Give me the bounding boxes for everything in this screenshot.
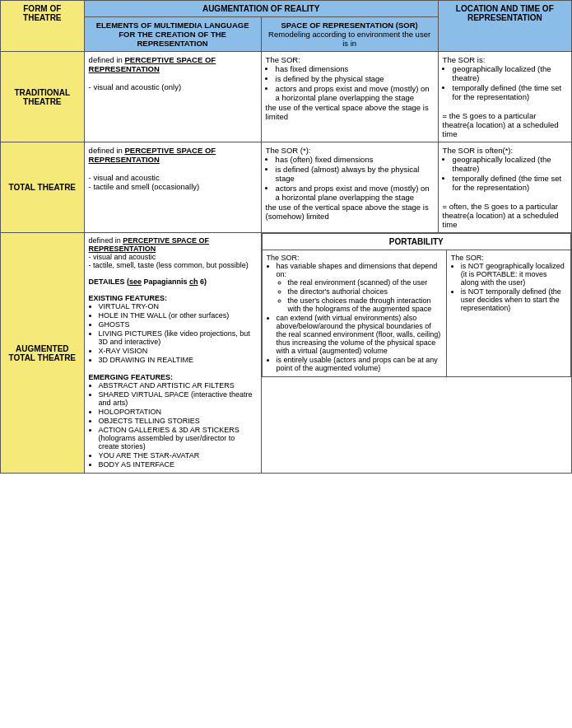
row-traditional: TRADITIONAL THEATRE defined in PERCEPTIV… xyxy=(1,52,572,142)
space-total: The SOR (*): has (often) fixed dimension… xyxy=(261,142,438,233)
portability-header: PORTABILITY xyxy=(262,234,570,250)
label-total: TOTAL THEATRE xyxy=(1,142,85,233)
space-traditional: The SOR: has fixed dimensions is defined… xyxy=(261,52,438,142)
label-augmented: AUGMENTED TOTAL THEATRE xyxy=(1,233,85,474)
elements-augmented: defined in PERCEPTIVE SPACE OF REPRESENT… xyxy=(84,233,261,474)
row-augmented: AUGMENTED TOTAL THEATRE defined in PERCE… xyxy=(1,233,572,474)
location-traditional: The SOR is: geographically localized (th… xyxy=(438,52,571,142)
elements-traditional: defined in PERCEPTIVE SPACE OF REPRESENT… xyxy=(84,52,261,142)
label-traditional: TRADITIONAL THEATRE xyxy=(1,52,85,142)
location-total: The SOR is often(*): geographically loca… xyxy=(438,142,571,233)
header-space: SPACE OF REPRESENTATION (SOR)Remodeling … xyxy=(261,17,438,52)
header-augmentation: AUGMENTATION OF REALITY xyxy=(84,1,438,17)
space-augmented-wrapper: PORTABILITY The SOR: has variable shapes… xyxy=(261,233,571,474)
header-form: FORM OF THEATRE xyxy=(1,1,85,52)
location-augmented: The SOR: is NOT geographically localized… xyxy=(446,250,570,377)
header-location: LOCATION AND TIME OF REPRESENTATION xyxy=(438,1,571,52)
elements-total: defined in PERCEPTIVE SPACE OF REPRESENT… xyxy=(84,142,261,233)
row-total: TOTAL THEATRE defined in PERCEPTIVE SPAC… xyxy=(1,142,572,233)
space-augmented: The SOR: has variable shapes and dimensi… xyxy=(262,250,446,377)
header-elements: ELEMENTS OF MULTIMEDIA LANGUAGE FOR THE … xyxy=(84,17,261,52)
main-table: FORM OF THEATRE AUGMENTATION OF REALITY … xyxy=(0,0,572,474)
